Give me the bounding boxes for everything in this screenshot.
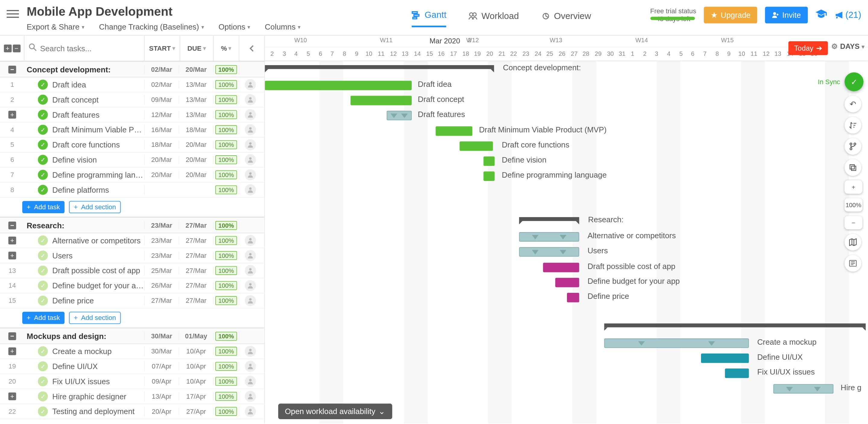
- task-row[interactable]: 4 ✓Draft Minimum Viable Pro... 16/Mar18/…: [0, 122, 264, 138]
- sort-button[interactable]: [844, 117, 861, 133]
- check-icon[interactable]: ✓: [38, 140, 48, 150]
- section-bar[interactable]: [519, 217, 579, 221]
- task-row[interactable]: − Mockups and design: 30/Mar01/May 100%: [0, 328, 264, 344]
- row-toggle[interactable]: +: [8, 251, 16, 259]
- add-task-button[interactable]: + Add task: [22, 201, 64, 213]
- task-row[interactable]: 5 ✓Draft core functions 18/Mar20/Mar 100…: [0, 138, 264, 153]
- task-bar[interactable]: [773, 384, 833, 394]
- task-row[interactable]: + ✓Alternative or competitors 23/Mar27/M…: [0, 233, 264, 248]
- undo-button[interactable]: ↶: [844, 96, 861, 113]
- tab-overview[interactable]: Overview: [541, 11, 591, 27]
- col-pct[interactable]: %▾: [214, 36, 239, 61]
- task-row[interactable]: 1 ✓Draft idea 02/Mar13/Mar 100%: [0, 78, 264, 93]
- task-row[interactable]: + ✓Draft features 12/Mar13/Mar 100%: [0, 108, 264, 122]
- check-icon[interactable]: ✓: [38, 110, 48, 120]
- row-toggle[interactable]: +: [8, 237, 16, 245]
- assignee-placeholder[interactable]: [245, 139, 256, 150]
- check-icon[interactable]: ✓: [38, 155, 48, 165]
- scale-dropdown[interactable]: ⚙DAYS ▾: [831, 42, 865, 51]
- task-bar[interactable]: [484, 172, 495, 181]
- task-row[interactable]: + ✓Hire graphic designer 13/Apr17/Apr 10…: [0, 389, 264, 404]
- zoom-in-button[interactable]: +: [844, 180, 862, 193]
- task-row[interactable]: 6 ✓Define vision 20/Mar20/Mar 100%: [0, 153, 264, 168]
- check-icon[interactable]: ✓: [38, 346, 48, 356]
- collapse-all-button[interactable]: −: [13, 44, 21, 52]
- assignee-placeholder[interactable]: [245, 109, 256, 120]
- check-icon[interactable]: ✓: [38, 95, 48, 104]
- workload-button[interactable]: Open workload availability ⌄: [278, 403, 392, 419]
- task-row[interactable]: − Research: 23/Mar27/Mar 100%: [0, 217, 264, 234]
- assignee-placeholder[interactable]: [245, 79, 256, 90]
- assignee-placeholder[interactable]: [245, 280, 256, 291]
- menu-options[interactable]: Options ▾: [218, 22, 250, 31]
- today-button[interactable]: Today ➔: [788, 41, 828, 55]
- check-icon[interactable]: ✓: [38, 391, 48, 401]
- tab-gantt[interactable]: Gantt: [412, 10, 446, 27]
- check-icon[interactable]: ✓: [38, 170, 48, 180]
- row-toggle[interactable]: +: [8, 111, 16, 119]
- row-toggle[interactable]: −: [8, 221, 16, 229]
- assignee-placeholder[interactable]: [245, 406, 256, 417]
- assignee-placeholder[interactable]: [245, 376, 256, 387]
- map-button[interactable]: [844, 234, 861, 250]
- col-start[interactable]: START▾: [145, 36, 180, 61]
- task-row[interactable]: 14 ✓Define budget for your app 26/Mar27/…: [0, 278, 264, 294]
- task-bar[interactable]: [567, 293, 579, 302]
- check-icon[interactable]: ✓: [38, 296, 48, 305]
- task-bar[interactable]: [484, 156, 495, 166]
- assignee-placeholder[interactable]: [245, 391, 256, 402]
- task-bar[interactable]: [555, 278, 579, 287]
- collapse-grid-button[interactable]: [239, 36, 265, 61]
- task-bar[interactable]: [350, 96, 412, 105]
- task-row[interactable]: 7 ✓Define programming langu... 20/Mar20/…: [0, 168, 264, 183]
- menu-export[interactable]: Export & Share ▾: [27, 22, 85, 31]
- sync-ok-icon[interactable]: ✓: [844, 72, 864, 91]
- check-icon[interactable]: ✓: [38, 80, 48, 90]
- task-bar[interactable]: [387, 111, 412, 120]
- task-row[interactable]: 13 ✓Draft possible cost of app 25/Mar27/…: [0, 263, 264, 278]
- add-section-button[interactable]: + Add section: [69, 312, 121, 324]
- task-bar[interactable]: [604, 338, 749, 348]
- zoom-out-button[interactable]: −: [844, 216, 862, 229]
- task-bar[interactable]: [460, 142, 493, 151]
- check-icon[interactable]: ✓: [38, 406, 48, 417]
- branch-button[interactable]: [844, 138, 861, 155]
- copy-button[interactable]: [844, 159, 861, 176]
- task-row[interactable]: + ✓Users 23/Mar27/Mar 100%: [0, 248, 264, 263]
- notifications[interactable]: (21): [834, 10, 861, 20]
- add-section-button[interactable]: + Add section: [69, 201, 121, 213]
- section-bar[interactable]: [604, 324, 866, 328]
- task-row[interactable]: − Concept development: 02/Mar20/Mar 100%: [0, 61, 264, 78]
- assignee-placeholder[interactable]: [245, 361, 256, 372]
- col-due[interactable]: DUE▾: [180, 36, 214, 61]
- check-icon[interactable]: ✓: [38, 125, 48, 135]
- task-row[interactable]: 19 ✓Define UI/UX 07/Apr10/Apr 100%: [0, 359, 264, 374]
- assignee-placeholder[interactable]: [245, 295, 256, 306]
- row-toggle[interactable]: −: [8, 332, 16, 340]
- task-row[interactable]: 8 ✓Define platforms 100%: [0, 182, 264, 198]
- search-box[interactable]: [24, 36, 145, 61]
- assignee-placeholder[interactable]: [245, 250, 256, 261]
- assignee-placeholder[interactable]: [245, 124, 256, 135]
- search-input[interactable]: [40, 44, 140, 53]
- task-bar[interactable]: [265, 81, 412, 90]
- task-row[interactable]: 15 ✓Define price 27/Mar27/Mar 100%: [0, 294, 264, 308]
- check-icon[interactable]: ✓: [38, 266, 48, 276]
- task-row[interactable]: 20 ✓Fix UI/UX issues 09/Apr10/Apr 100%: [0, 374, 264, 389]
- check-icon[interactable]: ✓: [38, 376, 48, 386]
- row-toggle[interactable]: +: [8, 392, 16, 400]
- gantt-chart[interactable]: Concept development:Draft ideaDraft conc…: [265, 61, 868, 424]
- graduation-icon[interactable]: [815, 9, 827, 21]
- task-row[interactable]: + ✓Create a mockup 30/Mar10/Apr 100%: [0, 344, 264, 359]
- check-icon[interactable]: ✓: [38, 251, 48, 261]
- task-bar[interactable]: [701, 354, 749, 363]
- task-row[interactable]: 22 ✓Testing and deployment 20/Apr27/Apr …: [0, 404, 264, 419]
- assignee-placeholder[interactable]: [245, 265, 256, 276]
- check-icon[interactable]: ✓: [38, 280, 48, 291]
- assignee-placeholder[interactable]: [245, 154, 256, 165]
- task-bar[interactable]: [519, 232, 579, 242]
- task-bar[interactable]: [543, 263, 579, 272]
- expand-all-button[interactable]: +: [4, 44, 11, 52]
- assignee-placeholder[interactable]: [245, 235, 256, 246]
- check-icon[interactable]: ✓: [38, 185, 48, 195]
